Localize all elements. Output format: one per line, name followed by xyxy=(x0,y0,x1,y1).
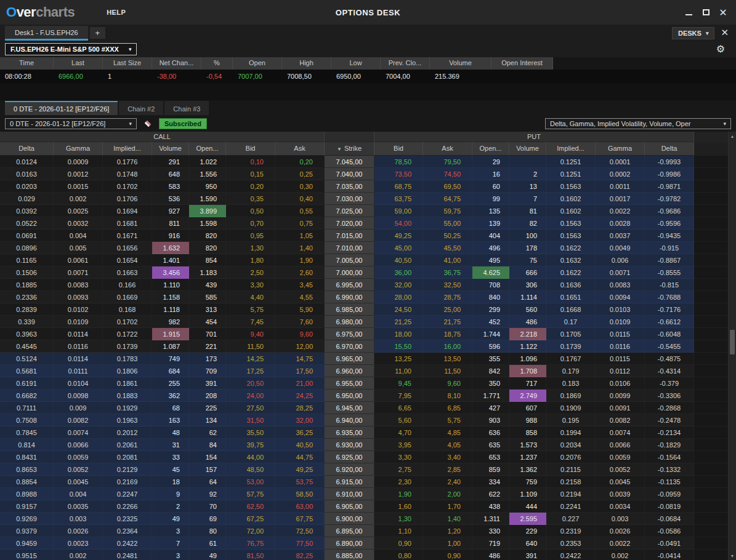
call-bid-cell[interactable]: 2,50 xyxy=(226,266,275,279)
col-header-put-ask[interactable]: Ask xyxy=(423,142,472,156)
chain-row[interactable]: 0.08960.0050.16561.6328201,301,407.010,0… xyxy=(0,242,736,254)
call-bid-cell[interactable]: 1,80 xyxy=(226,254,275,266)
call-bid-cell[interactable]: 4,40 xyxy=(226,291,275,303)
call-bid-cell[interactable]: 14,25 xyxy=(226,353,275,365)
put-bid-cell[interactable]: 78,50 xyxy=(374,156,423,168)
put-bid-cell[interactable]: 4,70 xyxy=(374,426,423,439)
put-ask-cell[interactable]: 1,00 xyxy=(423,537,472,550)
chain-row[interactable]: 0.45450.01160.17391.08722111,5012,006.97… xyxy=(0,340,736,353)
put-ask-cell[interactable]: 45,50 xyxy=(423,242,472,254)
chain-row[interactable]: 0.3390.01090.17029824547,457,606.980,002… xyxy=(0,316,736,328)
instrument-select[interactable]: F.US.EPH26 E-Mini S&P 500 #XXX ▾ xyxy=(5,43,137,55)
chain-row[interactable]: 0.01240.00090.17762911.0220,100,207.045,… xyxy=(0,156,736,168)
put-ask-cell[interactable]: 59,75 xyxy=(423,205,472,217)
clear-button[interactable] xyxy=(142,118,153,129)
call-ask-cell[interactable]: 2,60 xyxy=(275,266,325,279)
put-ask-cell[interactable]: 36,75 xyxy=(423,266,472,279)
put-bid-cell[interactable]: 73,50 xyxy=(374,168,423,180)
chain-row[interactable]: 0.06910.0040.16719168200,951,057.015,004… xyxy=(0,230,736,242)
call-ask-cell[interactable]: 4,55 xyxy=(275,291,325,303)
call-bid-cell[interactable]: 62,50 xyxy=(226,500,275,513)
put-bid-cell[interactable]: 1,10 xyxy=(374,525,423,537)
call-ask-cell[interactable]: 77,50 xyxy=(275,537,325,550)
add-desk-button[interactable]: + xyxy=(90,27,105,39)
call-bid-cell[interactable]: 0,70 xyxy=(226,217,275,230)
put-bid-cell[interactable]: 1,60 xyxy=(374,500,423,513)
call-ask-cell[interactable]: 0,20 xyxy=(275,156,325,168)
call-ask-cell[interactable]: 82,25 xyxy=(275,550,325,560)
columns-select[interactable]: Delta, Gamma, Implied Volatility, Volume… xyxy=(545,118,731,129)
put-ask-cell[interactable]: 74,50 xyxy=(423,168,472,180)
call-ask-cell[interactable]: 0,75 xyxy=(275,217,325,230)
call-ask-cell[interactable]: 32,00 xyxy=(275,414,325,426)
minimize-button[interactable] xyxy=(682,6,695,19)
chain-tab-2[interactable]: Chain #2 xyxy=(119,101,163,115)
put-ask-cell[interactable]: 25,00 xyxy=(423,303,472,316)
put-ask-cell[interactable]: 0,90 xyxy=(423,550,472,560)
call-bid-cell[interactable]: 5,75 xyxy=(226,303,275,316)
put-bid-cell[interactable]: 3,95 xyxy=(374,439,423,451)
call-bid-cell[interactable]: 39,75 xyxy=(226,439,275,451)
col-header-put-gamma[interactable]: Gamma xyxy=(596,142,645,156)
chain-row[interactable]: 0.95150.0020.248134981,5082,256.885,000,… xyxy=(0,550,736,560)
chain-row[interactable]: 0.71110.0090.19296822527,5028,256.945,00… xyxy=(0,402,736,414)
chain-row[interactable]: 0.23360.00930.16691.1585854,404,556.990,… xyxy=(0,291,736,303)
call-ask-cell[interactable]: 28,25 xyxy=(275,402,325,414)
put-bid-cell[interactable]: 28,00 xyxy=(374,291,423,303)
scroll-down-icon[interactable]: ▼ xyxy=(729,554,736,558)
put-ask-cell[interactable]: 4,05 xyxy=(423,439,472,451)
call-bid-cell[interactable]: 17,25 xyxy=(226,365,275,377)
put-ask-cell[interactable]: 6,85 xyxy=(423,402,472,414)
call-bid-cell[interactable]: 53,00 xyxy=(226,476,275,488)
chain-row[interactable]: 0.28390.01020.1681.1183135,755,906.985,0… xyxy=(0,303,736,316)
put-ask-cell[interactable]: 1,20 xyxy=(423,525,472,537)
call-ask-cell[interactable]: 0,25 xyxy=(275,168,325,180)
call-ask-cell[interactable]: 5,90 xyxy=(275,303,325,316)
put-ask-cell[interactable]: 28,75 xyxy=(423,291,472,303)
put-bid-cell[interactable]: 40,50 xyxy=(374,254,423,266)
call-ask-cell[interactable]: 17,50 xyxy=(275,365,325,377)
put-bid-cell[interactable]: 32,00 xyxy=(374,279,423,291)
call-ask-cell[interactable]: 0,30 xyxy=(275,180,325,193)
desks-dropdown-button[interactable]: DESKS ▾ xyxy=(672,27,714,39)
call-bid-cell[interactable]: 48,50 xyxy=(226,463,275,476)
col-header-call-gamma[interactable]: Gamma xyxy=(54,142,103,156)
col-header-call-implied[interactable]: Implied... xyxy=(103,142,152,156)
chain-row[interactable]: 0.05220.00320.16818111.5980,700,757.020,… xyxy=(0,217,736,230)
call-bid-cell[interactable]: 0,10 xyxy=(226,156,275,168)
put-ask-cell[interactable]: 16,00 xyxy=(423,340,472,353)
col-header-call-ask[interactable]: Ask xyxy=(275,142,325,156)
chain-row[interactable]: 0.78450.00740.2012486235,5036,256.935,00… xyxy=(0,426,736,439)
chain-tab-3[interactable]: Chain #3 xyxy=(164,101,209,115)
call-ask-cell[interactable]: 14,75 xyxy=(275,353,325,365)
chain-row[interactable]: 0.01630.00120.17486481.5560,150,257.040,… xyxy=(0,168,736,180)
call-bid-cell[interactable]: 76,75 xyxy=(226,537,275,550)
put-bid-cell[interactable]: 1,90 xyxy=(374,488,423,500)
chain-row[interactable]: 0.02030.00150.17025839500,200,307.035,00… xyxy=(0,180,736,193)
put-bid-cell[interactable]: 24,50 xyxy=(374,303,423,316)
put-ask-cell[interactable]: 9,60 xyxy=(423,377,472,390)
call-ask-cell[interactable]: 44,75 xyxy=(275,451,325,463)
put-ask-cell[interactable]: 21,75 xyxy=(423,316,472,328)
vertical-scrollbar[interactable]: ▲ ▼ xyxy=(728,132,736,560)
put-ask-cell[interactable]: 11,50 xyxy=(423,365,472,377)
chain-row[interactable]: 0.51240.01140.178374917314,2514,756.965,… xyxy=(0,353,736,365)
col-header-put-delta[interactable]: Delta xyxy=(645,142,694,156)
put-ask-cell[interactable]: 2,40 xyxy=(423,476,472,488)
close-desk-button[interactable]: ✕ xyxy=(721,27,729,38)
put-ask-cell[interactable]: 55,00 xyxy=(423,217,472,230)
put-bid-cell[interactable]: 6,65 xyxy=(374,402,423,414)
put-bid-cell[interactable]: 18,00 xyxy=(374,328,423,340)
call-ask-cell[interactable]: 12,00 xyxy=(275,340,325,353)
put-bid-cell[interactable]: 0,80 xyxy=(374,550,423,560)
call-ask-cell[interactable]: 1,40 xyxy=(275,242,325,254)
put-bid-cell[interactable]: 3,30 xyxy=(374,451,423,463)
call-ask-cell[interactable]: 49,25 xyxy=(275,463,325,476)
put-ask-cell[interactable]: 79,50 xyxy=(423,156,472,168)
put-ask-cell[interactable]: 3,40 xyxy=(423,451,472,463)
expiry-select[interactable]: 0 DTE - 2026-01-12 [EP12/F26] ▾ xyxy=(5,118,137,129)
call-bid-cell[interactable]: 35,50 xyxy=(226,426,275,439)
put-ask-cell[interactable]: 69,50 xyxy=(423,180,472,193)
maximize-button[interactable] xyxy=(699,6,713,19)
put-bid-cell[interactable]: 49,25 xyxy=(374,230,423,242)
